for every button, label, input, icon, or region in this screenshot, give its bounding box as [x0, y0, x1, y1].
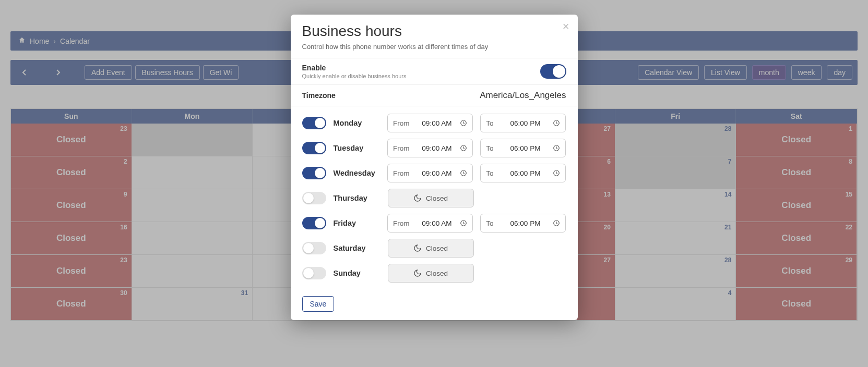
- time-from-input[interactable]: From09:00 AM: [387, 214, 473, 233]
- clock-icon: [460, 119, 467, 127]
- day-toggle[interactable]: [302, 117, 326, 129]
- day-name-label: Sunday: [334, 269, 381, 277]
- clock-icon: [460, 169, 467, 177]
- day-toggle[interactable]: [302, 142, 326, 154]
- day-toggle[interactable]: [302, 217, 326, 229]
- clock-icon: [553, 169, 560, 177]
- time-to-input[interactable]: To06:00 PM: [480, 214, 566, 233]
- day-toggle[interactable]: [302, 267, 326, 279]
- moon-icon: [413, 194, 422, 202]
- time-from-input[interactable]: From09:00 AM: [387, 114, 473, 132]
- time-to-input[interactable]: To06:00 PM: [480, 114, 566, 132]
- day-row: SundayClosed: [302, 264, 566, 283]
- clock-icon: [553, 119, 560, 127]
- day-name-label: Saturday: [334, 244, 381, 252]
- clock-icon: [553, 219, 560, 227]
- time-to-input[interactable]: To06:00 PM: [480, 164, 566, 182]
- day-name-label: Tuesday: [334, 144, 381, 152]
- day-name-label: Friday: [334, 219, 381, 227]
- day-row: TuesdayFrom09:00 AMTo06:00 PM: [302, 139, 566, 157]
- time-from-input[interactable]: From09:00 AM: [387, 164, 473, 182]
- modal-subtitle: Control how this phone number works at d…: [302, 43, 566, 51]
- day-row: WednesdayFrom09:00 AMTo06:00 PM: [302, 164, 566, 182]
- clock-icon: [553, 144, 560, 152]
- timezone-label: Timezone: [302, 91, 336, 100]
- day-row: ThursdayClosed: [302, 189, 566, 207]
- day-toggle[interactable]: [302, 242, 326, 254]
- day-name-label: Monday: [334, 119, 381, 127]
- closed-indicator: Closed: [388, 189, 474, 207]
- day-toggle[interactable]: [302, 192, 326, 204]
- day-row: SaturdayClosed: [302, 239, 566, 258]
- day-toggle[interactable]: [302, 167, 326, 179]
- business-hours-modal: × Business hours Control how this phone …: [291, 15, 578, 320]
- time-to-input[interactable]: To06:00 PM: [480, 139, 566, 157]
- enable-sublabel: Quickly enable or disable business hours: [302, 73, 407, 79]
- enable-label: Enable: [302, 64, 407, 72]
- day-row: MondayFrom09:00 AMTo06:00 PM: [302, 114, 566, 132]
- closed-indicator: Closed: [388, 264, 474, 283]
- clock-icon: [460, 219, 467, 227]
- day-row: FridayFrom09:00 AMTo06:00 PM: [302, 214, 566, 233]
- clock-icon: [460, 144, 467, 152]
- timezone-value[interactable]: America/Los_Angeles: [480, 90, 566, 101]
- enable-toggle[interactable]: [540, 64, 566, 79]
- moon-icon: [413, 269, 422, 277]
- moon-icon: [413, 244, 422, 252]
- closed-indicator: Closed: [388, 239, 474, 258]
- close-icon[interactable]: ×: [563, 21, 569, 32]
- save-button[interactable]: Save: [302, 296, 335, 312]
- modal-title: Business hours: [302, 23, 566, 40]
- day-name-label: Thursday: [334, 194, 381, 202]
- time-from-input[interactable]: From09:00 AM: [387, 139, 473, 157]
- day-name-label: Wednesday: [334, 169, 381, 177]
